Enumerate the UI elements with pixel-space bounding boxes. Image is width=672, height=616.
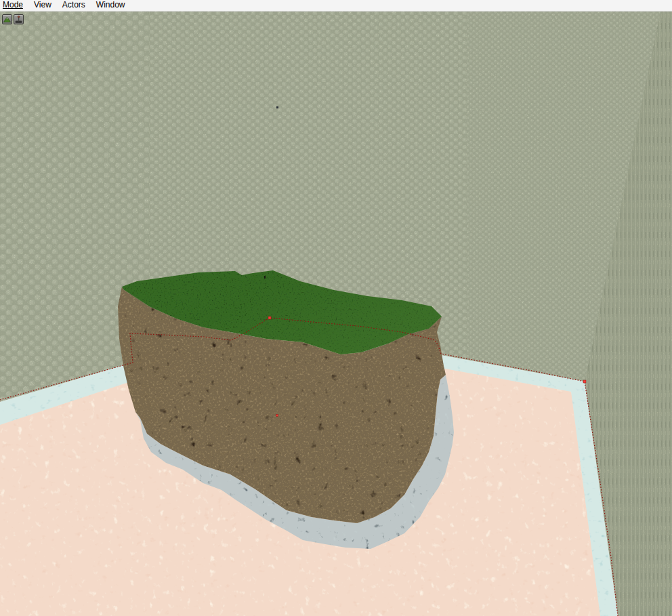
menu-window[interactable]: Window xyxy=(91,0,131,11)
terrain-mode-button[interactable] xyxy=(2,14,12,24)
distant-object-dot-wall xyxy=(276,106,278,108)
menu-view[interactable]: View xyxy=(28,0,57,11)
selection-corner-marker-right[interactable] xyxy=(583,380,586,383)
menu-bar: Mode View Actors Window xyxy=(0,0,672,12)
joystick-icon xyxy=(14,15,23,24)
selection-corner-marker-far[interactable] xyxy=(268,316,271,319)
scene-canvas[interactable] xyxy=(0,12,672,616)
viewport-3d[interactable] xyxy=(0,12,672,616)
menu-actors[interactable]: Actors xyxy=(57,0,91,11)
mountain-icon xyxy=(3,15,12,24)
menu-mode[interactable]: Mode xyxy=(3,0,28,11)
toolbar xyxy=(2,14,24,24)
terrain-vertex-marker[interactable] xyxy=(276,415,278,417)
level-editor-window: Mode View Actors Window xyxy=(0,0,672,616)
actor-mode-button[interactable] xyxy=(14,14,24,24)
distant-object-dot-hill xyxy=(264,276,266,279)
